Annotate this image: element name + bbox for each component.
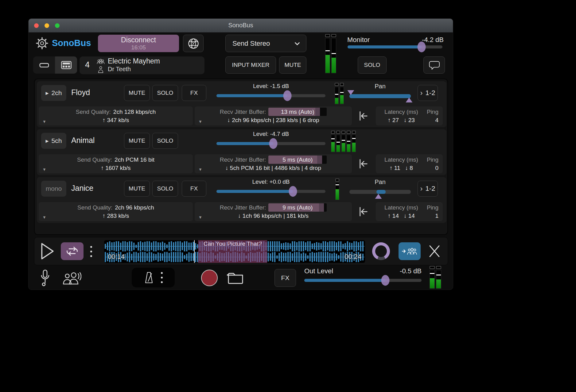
- expand-arrow-icon[interactable]: ▼: [198, 215, 202, 220]
- destination-button[interactable]: ›1-2: [418, 85, 438, 101]
- loop-selection-region[interactable]: Can You Picture That?: [198, 240, 267, 263]
- peer-row-floyd: ▶2ch Floyd MUTE SOLO FX Level: -1.5 dB P…: [37, 81, 446, 127]
- send-mode-dropdown[interactable]: Send Stereo: [225, 35, 306, 52]
- channel-expand-button[interactable]: ▶2ch: [41, 85, 66, 101]
- expand-arrow-icon[interactable]: ▼: [42, 119, 46, 124]
- loop-button[interactable]: [61, 242, 84, 260]
- metronome-menu-button[interactable]: [161, 272, 163, 283]
- pan-slider[interactable]: [349, 190, 411, 194]
- expand-arrow-icon[interactable]: ▼: [198, 119, 202, 124]
- level-slider-knob[interactable]: [269, 138, 277, 149]
- pan-left-handle[interactable]: [347, 90, 354, 95]
- input-mixer-button[interactable]: INPUT MIXER: [225, 56, 276, 74]
- jitter-buffer-bar[interactable]: 9 ms (Auto): [268, 203, 327, 212]
- monitor-slider-knob[interactable]: [418, 42, 426, 52]
- send-quality-panel[interactable]: Send Quality:2ch 96 kbps/ch ↑ 283 kb/s ▼: [39, 202, 193, 221]
- waveform-display[interactable]: Can You Picture That? 00:14 00:24: [104, 240, 365, 263]
- latency-down: ↓ 14: [404, 213, 415, 219]
- group-info-panel[interactable]: 4 Electric Mayhem Dr Teeth: [80, 56, 204, 74]
- jitter-buffer-bar[interactable]: 5 ms (Auto): [268, 156, 327, 164]
- user-name: Dr Teeth: [108, 66, 131, 73]
- peer-mute-button[interactable]: MUTE: [124, 133, 150, 149]
- pan-slider[interactable]: [349, 94, 411, 98]
- channel-expand-button[interactable]: ▶5ch: [41, 133, 66, 149]
- out-level-knob[interactable]: [381, 275, 389, 286]
- input-monitor-button[interactable]: [40, 269, 51, 287]
- group-member-count: 4: [85, 60, 90, 70]
- expand-arrow-icon[interactable]: ▼: [42, 215, 46, 220]
- expand-right-icon: ▶: [46, 139, 49, 143]
- folder-icon: [227, 271, 244, 285]
- send-file-to-group-button[interactable]: [399, 242, 421, 260]
- peer-mute-button[interactable]: MUTE: [124, 85, 150, 101]
- jitter-panel[interactable]: Recv Jitter Buffer: 13 ms (Auto) ↓ 2ch 9…: [195, 106, 352, 125]
- level-label: Level: -4.7 dB: [216, 131, 325, 137]
- reset-jitter-icon[interactable]: [357, 110, 370, 122]
- peer-solo-button[interactable]: SOLO: [152, 85, 178, 101]
- out-level-slider[interactable]: [304, 279, 422, 282]
- send-quality-label: Send Quality:: [77, 156, 112, 164]
- window-title: SonoBus: [29, 22, 453, 29]
- loop-icon: [65, 246, 79, 256]
- jitter-buffer-bar[interactable]: 13 ms (Auto): [268, 108, 327, 116]
- total-time: 00:24: [344, 253, 361, 261]
- jitter-panel[interactable]: Recv Jitter Buffer: 9 ms (Auto) ↓ 1ch 96…: [195, 202, 352, 221]
- destination-button[interactable]: ›1-2: [418, 181, 438, 197]
- pan-handle[interactable]: [375, 194, 382, 199]
- output-fx-button[interactable]: FX: [274, 269, 296, 287]
- send-quality-panel[interactable]: Send Quality:2ch 128 kbps/ch ↑ 347 kb/s …: [39, 106, 193, 125]
- chat-button[interactable]: [423, 56, 445, 74]
- level-slider[interactable]: [216, 142, 325, 145]
- connect-server-button[interactable]: [183, 35, 204, 52]
- view-minimal-button[interactable]: [33, 56, 55, 74]
- latency-label: Latency (ms): [380, 156, 422, 164]
- peer-mute-button[interactable]: MUTE: [124, 181, 150, 197]
- peer-solo-button[interactable]: SOLO: [152, 181, 178, 197]
- level-slider-knob[interactable]: [283, 90, 291, 101]
- open-file-button[interactable]: [227, 271, 244, 285]
- expand-arrow-icon[interactable]: ▼: [42, 167, 46, 172]
- close-player-button[interactable]: [427, 244, 442, 259]
- peer-meter: [335, 83, 344, 104]
- playhead[interactable]: [194, 240, 195, 263]
- level-slider[interactable]: [216, 190, 325, 193]
- main-solo-button[interactable]: SOLO: [358, 56, 387, 74]
- view-mixer-button[interactable]: [55, 56, 77, 74]
- jitter-value: 5 ms (Auto): [268, 156, 327, 164]
- send-quality-panel[interactable]: Send Quality:2ch PCM 16 bit ↑ 1607 kb/s …: [39, 154, 193, 173]
- metronome-button[interactable]: [132, 268, 175, 287]
- record-button[interactable]: [201, 270, 218, 286]
- send-quality-value: 2ch 128 kbps/ch: [113, 108, 156, 116]
- peer-fx-button[interactable]: FX: [182, 181, 206, 197]
- metronome-icon: [144, 271, 154, 284]
- peer-fx-button[interactable]: FX: [182, 85, 206, 101]
- player-menu-button[interactable]: [90, 246, 92, 257]
- level-slider-knob[interactable]: [289, 186, 297, 197]
- expand-arrow-icon[interactable]: ▼: [198, 167, 202, 172]
- reset-jitter-icon[interactable]: [357, 157, 370, 170]
- group-name: Electric Mayhem: [108, 57, 160, 65]
- disconnect-button[interactable]: Disconnect 16:05: [98, 35, 179, 52]
- out-level-value: -0.5 dB: [304, 267, 422, 275]
- main-mute-button[interactable]: MUTE: [279, 56, 306, 74]
- peer-solo-button[interactable]: SOLO: [152, 133, 178, 149]
- bottom-toolbar: FX Out Level -0.5 dB: [29, 266, 453, 290]
- level-slider[interactable]: [216, 94, 325, 97]
- play-button[interactable]: [39, 242, 55, 261]
- level-slider-fill: [216, 190, 293, 193]
- monitor-slider[interactable]: [348, 45, 442, 48]
- reset-jitter-icon[interactable]: [357, 205, 370, 218]
- send-rate: ↑ 347 kb/s: [39, 116, 193, 124]
- jitter-panel[interactable]: Recv Jitter Buffer: 5 ms (Auto) ↓ 5ch PC…: [195, 154, 352, 173]
- gear-icon: [35, 37, 49, 50]
- settings-button[interactable]: [35, 37, 49, 50]
- globe-icon: [188, 38, 199, 49]
- ping-label: Ping: [422, 108, 438, 116]
- titlebar[interactable]: SonoBus: [29, 19, 453, 33]
- recv-info: ↓ 1ch 96 kbps/ch | 181 kb/s: [195, 212, 352, 220]
- pan-right-handle[interactable]: [406, 98, 412, 102]
- player-gain-knob[interactable]: [372, 242, 390, 260]
- level-slider-fill: [216, 94, 287, 97]
- input-level-meter: [325, 34, 336, 73]
- group-members-button[interactable]: [62, 271, 81, 286]
